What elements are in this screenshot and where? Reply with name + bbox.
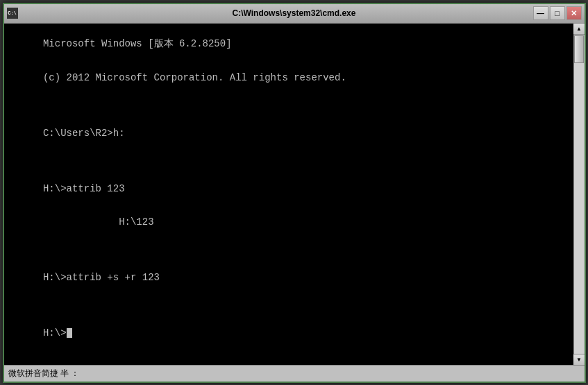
terminal-line-11: H:\> [43,327,67,339]
title-bar: C:\ C:\Windows\system32\cmd.exe — □ ✕ [4,4,585,24]
cursor [67,328,72,338]
terminal-content[interactable]: Microsoft Windows [版本 6.2.8250] (c) 2012… [4,24,573,365]
cmd-icon: C:\ [7,8,18,19]
maximize-button[interactable]: □ [550,6,565,20]
window-title: C:\Windows\system32\cmd.exe [233,8,356,18]
cmd-window: C:\ C:\Windows\system32\cmd.exe — □ ✕ Mi… [3,3,586,383]
title-bar-controls: — □ ✕ [533,6,582,20]
terminal-line-7: H:\123 [43,216,154,228]
terminal-line-9: H:\>attrib +s +r 123 [43,272,160,283]
status-text: 微软拼音简捷 半 ： [8,368,80,379]
title-bar-left: C:\ [7,8,18,19]
terminal-line-1: Microsoft Windows [版本 6.2.8250] [43,38,232,49]
scrollbar-thumb[interactable] [574,35,584,63]
scrollbar-track[interactable] [574,35,585,354]
status-bar: 微软拼音简捷 半 ： [4,365,585,382]
close-button[interactable]: ✕ [566,6,582,20]
scroll-up-button[interactable]: ▲ [573,24,585,35]
terminal-body[interactable]: Microsoft Windows [版本 6.2.8250] (c) 2012… [4,24,585,365]
terminal-line-4: C:\Users\R2>h: [43,128,125,139]
minimize-button[interactable]: — [533,6,548,20]
scroll-down-button[interactable]: ▼ [573,354,585,365]
terminal-line-2: (c) 2012 Microsoft Corporation. All righ… [43,72,346,83]
scrollbar[interactable]: ▲ ▼ [573,24,585,365]
terminal-line-6: H:\>attrib 123 [43,183,125,194]
